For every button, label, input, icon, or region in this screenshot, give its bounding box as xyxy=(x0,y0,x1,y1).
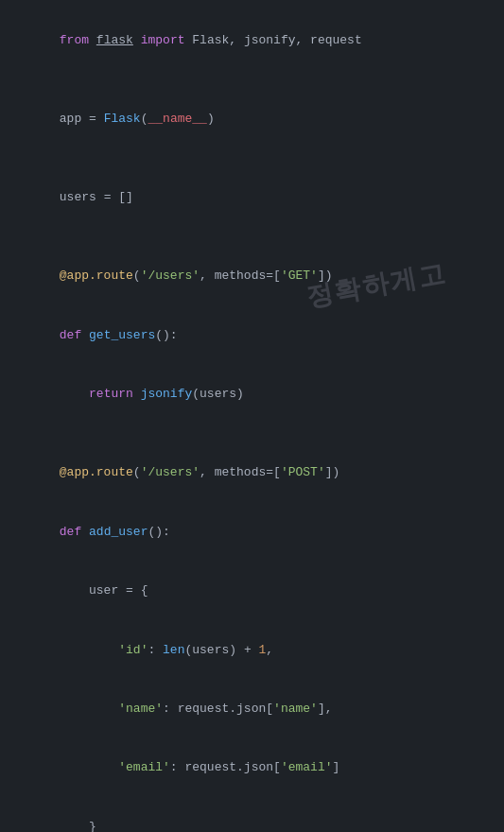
code-line: return jsonify(users) xyxy=(15,365,489,424)
code-line xyxy=(15,149,489,169)
code-line xyxy=(15,425,489,444)
code-line: } xyxy=(15,798,489,832)
code-line: 'id': len(users) + 1, xyxy=(15,621,489,680)
code-editor: 정확하게고 from flask import Flask, jsonify, … xyxy=(0,0,504,832)
code-line: from flask import Flask, jsonify, reques… xyxy=(15,11,489,70)
code-line: @app.route('/users', methods=['GET']) xyxy=(15,248,489,306)
code-line: def get_users(): xyxy=(15,306,489,365)
code-line: user = { xyxy=(15,562,489,620)
code-line: users = [] xyxy=(15,168,489,227)
code-line: 'name': request.json['name'], xyxy=(15,680,489,738)
code-line: def add_user(): xyxy=(15,503,489,562)
code-line: app = Flask(__name__) xyxy=(15,90,489,148)
code-line xyxy=(15,70,489,90)
code-line: @app.route('/users', methods=['POST']) xyxy=(15,444,489,503)
code-line xyxy=(15,228,489,248)
code-line: 'email': request.json['email'] xyxy=(15,738,489,797)
